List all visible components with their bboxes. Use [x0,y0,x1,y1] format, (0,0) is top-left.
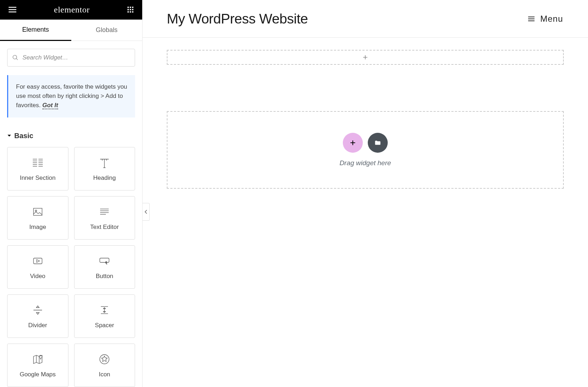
drop-zone-label: Drag widget here [340,159,391,167]
google-maps-icon [31,352,45,366]
apps-grid-icon [127,6,134,14]
widget-icon[interactable]: Icon [74,344,135,387]
widget-label: Text Editor [90,224,119,231]
svg-rect-3 [128,9,129,11]
widget-grid: Inner Section Heading Image [7,147,135,387]
panel-body: For easy access, favorite the widgets yo… [0,41,142,387]
widget-google-maps[interactable]: Google Maps [7,344,68,387]
search-icon [12,54,19,61]
tip-gotit-link[interactable]: Got It [42,102,58,109]
add-section-top[interactable] [167,50,564,65]
panel-tabs: Elements Globals [0,20,142,41]
site-topbar: My WordPress Website Menu [143,0,588,38]
widget-label: Button [96,273,113,280]
widget-label: Heading [93,174,116,182]
svg-rect-2 [132,7,134,8]
tab-elements[interactable]: Elements [0,20,71,41]
svg-rect-8 [132,11,134,13]
add-section-button[interactable] [343,133,363,153]
tip-text: For easy access, favorite the widgets yo… [16,83,127,109]
widget-label: Video [30,273,45,280]
video-icon [31,254,45,268]
brand-logo: elementor [54,5,89,15]
editor-canvas-wrap: My WordPress Website Menu Drag [143,0,588,387]
hamburger-icon [8,5,17,14]
plus-icon [349,139,356,146]
panel-header: elementor [0,0,142,20]
widget-label: Inner Section [20,174,56,182]
svg-rect-0 [128,7,129,8]
caret-down-icon [7,134,11,138]
svg-rect-26 [100,258,109,262]
search-input[interactable] [7,49,135,67]
widget-divider[interactable]: Divider [7,294,68,338]
category-label: Basic [14,132,33,140]
heading-icon [97,156,112,169]
svg-rect-19 [33,208,42,215]
widget-inner-section[interactable]: Inner Section [7,147,68,190]
widget-text-editor[interactable]: Text Editor [74,196,135,240]
widget-label: Icon [99,371,110,378]
hamburger-icon [527,15,535,23]
widget-label: Image [29,224,46,231]
widget-video[interactable]: Video [7,245,68,289]
svg-rect-4 [130,9,131,11]
widget-spacer[interactable]: Spacer [74,294,135,338]
plus-icon [362,54,369,61]
svg-rect-5 [132,9,134,11]
widget-image[interactable]: Image [7,196,68,240]
hamburger-menu-button[interactable] [6,4,19,16]
drop-zone-buttons [343,133,388,153]
menu-label: Menu [540,14,563,24]
svg-rect-7 [130,11,131,13]
svg-rect-25 [33,258,42,264]
drop-zone[interactable]: Drag widget here [167,111,564,189]
svg-rect-6 [128,11,129,13]
elementor-panel: elementor Elements Globals For easy acce… [0,0,143,387]
apps-grid-button[interactable] [125,4,136,15]
editor-canvas: Drag widget here [143,38,588,387]
svg-point-20 [35,210,37,211]
favorites-tip: For easy access, favorite the widgets yo… [7,75,135,117]
text-editor-icon [97,205,112,219]
spacer-icon [97,303,112,317]
add-template-button[interactable] [368,133,388,153]
page-title: My WordPress Website [167,11,308,27]
button-icon [97,254,112,268]
widget-label: Spacer [95,322,114,329]
divider-icon [31,303,45,317]
tab-globals[interactable]: Globals [71,20,143,41]
inner-section-icon [31,156,45,169]
folder-icon [374,139,381,146]
widget-label: Divider [28,322,47,329]
category-basic-toggle[interactable]: Basic [7,132,135,140]
search-wrap [7,49,135,67]
site-menu-button[interactable]: Menu [527,14,563,24]
widget-heading[interactable]: Heading [74,147,135,190]
image-icon [31,205,45,219]
icon-icon [97,352,112,366]
widget-button[interactable]: Button [74,245,135,289]
widget-label: Google Maps [20,371,56,378]
svg-rect-1 [130,7,131,8]
